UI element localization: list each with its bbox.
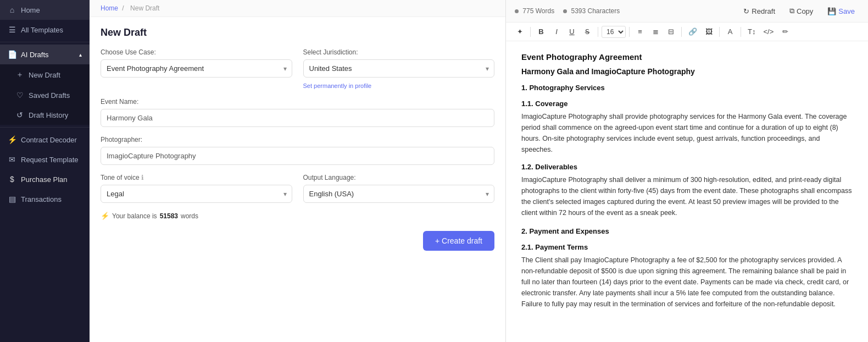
doc-panel: 775 Words 5393 Characters ↻ Redraft ⧉ Co… [506, 0, 868, 342]
sidebar-item-new-draft[interactable]: ＋ New Draft [0, 64, 90, 85]
sep6 [741, 27, 741, 37]
sidebar-item-saved-drafts[interactable]: ♡ Saved Drafts [0, 85, 90, 105]
form-row-photographer: Photographer: [101, 136, 494, 165]
format-ul-btn[interactable]: ≡ [633, 25, 647, 38]
form-group-tone: Tone of voice ℹ Legal [101, 174, 292, 203]
jurisdiction-select-wrap: United States [303, 59, 495, 78]
form-body: New Draft Choose Use Case: Event Photogr… [90, 17, 505, 261]
sidebar-item-contract-decoder[interactable]: ⚡ Contract Decoder [0, 130, 90, 150]
format-align-btn[interactable]: ⊟ [664, 25, 678, 38]
sep3 [629, 27, 630, 37]
doc-format-toolbar: ✦ B I U S̶ 16 12 14 18 ≡ ≣ ⊟ 🔗 🖼 A T↕ [506, 23, 868, 41]
create-btn-row: + Create draft [101, 225, 494, 251]
redraft-icon: ↻ [743, 7, 749, 15]
templates-icon: ☰ [8, 25, 16, 34]
redraft-button[interactable]: ↻ Redraft [739, 5, 780, 18]
format-italic-btn[interactable]: I [549, 25, 564, 38]
home-icon: ⌂ [8, 5, 16, 14]
form-row-use-case-jurisdiction: Choose Use Case: Event Photography Agree… [101, 48, 494, 89]
sidebar-label-transactions: Transactions [21, 195, 82, 203]
balance-row: ⚡ Your balance is 51583 words [101, 212, 494, 220]
sep1 [530, 27, 531, 37]
sidebar-label-request-template: Request Template [21, 156, 82, 164]
format-code-btn[interactable]: </> [760, 25, 777, 38]
format-bold-btn[interactable]: B [534, 25, 548, 38]
balance-suffix: words [181, 212, 198, 220]
tone-label: Tone of voice ℹ [101, 174, 292, 181]
contract-decoder-icon: ⚡ [8, 135, 16, 144]
photographer-input[interactable] [101, 147, 494, 165]
doc-meta: 775 Words 5393 Characters [515, 7, 620, 15]
event-name-label: Event Name: [101, 98, 494, 106]
sep5 [719, 27, 720, 37]
doc-actions: ↻ Redraft ⧉ Copy 💾 Save [739, 4, 859, 18]
create-draft-button[interactable]: + Create draft [423, 231, 494, 251]
transactions-icon: ▤ [8, 195, 16, 203]
form-group-use-case: Choose Use Case: Event Photography Agree… [101, 48, 292, 89]
new-draft-icon: ＋ [15, 70, 24, 80]
jurisdiction-select[interactable]: United States [303, 59, 495, 78]
balance-prefix: Your balance is [112, 212, 157, 220]
sidebar-item-draft-history[interactable]: ↺ Draft History [0, 105, 90, 125]
format-color-btn[interactable]: A [723, 25, 737, 38]
form-group-output-lang: Output Language: English (USA) [303, 174, 495, 203]
breadcrumb-home[interactable]: Home [101, 4, 118, 12]
output-lang-label: Output Language: [303, 174, 495, 181]
format-text-format-btn[interactable]: T↕ [744, 25, 759, 38]
sidebar-item-home[interactable]: ⌂ Home [0, 0, 90, 20]
doc-section-1: 1. Photography Services 1.1. Coverage Im… [521, 84, 853, 218]
saved-drafts-icon: ♡ [15, 91, 24, 100]
copy-icon: ⧉ [789, 7, 794, 15]
doc-subtitle: Harmony Gala and ImagioCapture Photograp… [521, 67, 853, 76]
format-image-btn[interactable]: 🖼 [702, 25, 716, 38]
sidebar-item-ai-drafts[interactable]: 📄 AI Drafts ▴ [0, 45, 90, 64]
event-name-input[interactable] [101, 109, 494, 127]
format-link-btn[interactable]: 🔗 [685, 25, 700, 38]
output-lang-select[interactable]: English (USA) [303, 185, 495, 203]
format-magic-btn[interactable]: ✦ [513, 25, 527, 38]
chevron-up-icon: ▴ [79, 52, 82, 58]
form-row-event-name: Event Name: [101, 98, 494, 127]
chars-dot [563, 9, 567, 13]
format-pen-btn[interactable]: ✏ [778, 25, 792, 38]
sidebar-item-request-template[interactable]: ✉ Request Template [0, 150, 90, 169]
doc-title: Event Photography Agreement [521, 52, 853, 62]
format-strike-btn[interactable]: S̶ [580, 25, 594, 38]
doc-section-1-1-text: ImagioCapture Photography shall provide … [521, 111, 853, 155]
ai-drafts-icon: 📄 [8, 50, 16, 59]
sidebar-label-purchase-plan: Purchase Plan [21, 175, 82, 184]
chars-count: 5393 Characters [563, 7, 620, 15]
sidebar: ⌂ Home ☰ All Templates 📄 AI Drafts ▴ ＋ N… [0, 0, 90, 342]
doc-section-1-title: 1. Photography Services [521, 84, 853, 92]
copy-button[interactable]: ⧉ Copy [785, 4, 817, 18]
jurisdiction-link[interactable]: Set permanently in profile [303, 82, 495, 89]
request-template-icon: ✉ [8, 155, 16, 164]
sidebar-label-saved-drafts: Saved Drafts [29, 91, 82, 100]
form-title: New Draft [101, 27, 494, 38]
form-group-event-name: Event Name: [101, 98, 494, 127]
sidebar-item-purchase-plan[interactable]: $ Purchase Plan [0, 169, 90, 189]
use-case-select[interactable]: Event Photography Agreement [101, 59, 292, 78]
format-underline-btn[interactable]: U [565, 25, 579, 38]
sidebar-item-all-templates[interactable]: ☰ All Templates [0, 20, 90, 40]
form-group-jurisdiction: Select Jurisdiction: United States Set p… [303, 48, 495, 89]
purchase-plan-icon: $ [8, 175, 16, 184]
tone-select[interactable]: Legal [101, 185, 292, 203]
doc-section-1-2-title: 1.2. Deliverables [521, 163, 853, 171]
breadcrumb: Home / New Draft [90, 0, 505, 17]
use-case-label: Choose Use Case: [101, 48, 292, 56]
sidebar-label-new-draft: New Draft [29, 71, 82, 79]
doc-body[interactable]: Event Photography Agreement Harmony Gala… [506, 41, 868, 342]
balance-words: 51583 [160, 212, 178, 220]
doc-section-2-1-title: 2.1. Payment Terms [521, 243, 853, 251]
save-button[interactable]: 💾 Save [823, 5, 859, 18]
doc-toolbar-top: 775 Words 5393 Characters ↻ Redraft ⧉ Co… [506, 0, 868, 23]
use-case-select-wrap: Event Photography Agreement [101, 59, 292, 78]
form-panel: Home / New Draft New Draft Choose Use Ca… [90, 0, 506, 342]
format-ol-btn[interactable]: ≣ [648, 25, 663, 38]
sidebar-label-home: Home [21, 6, 82, 14]
format-size-select[interactable]: 16 12 14 18 [602, 26, 626, 38]
words-count: 775 Words [515, 7, 554, 15]
sidebar-item-transactions[interactable]: ▤ Transactions [0, 189, 90, 209]
form-group-photographer: Photographer: [101, 136, 494, 165]
